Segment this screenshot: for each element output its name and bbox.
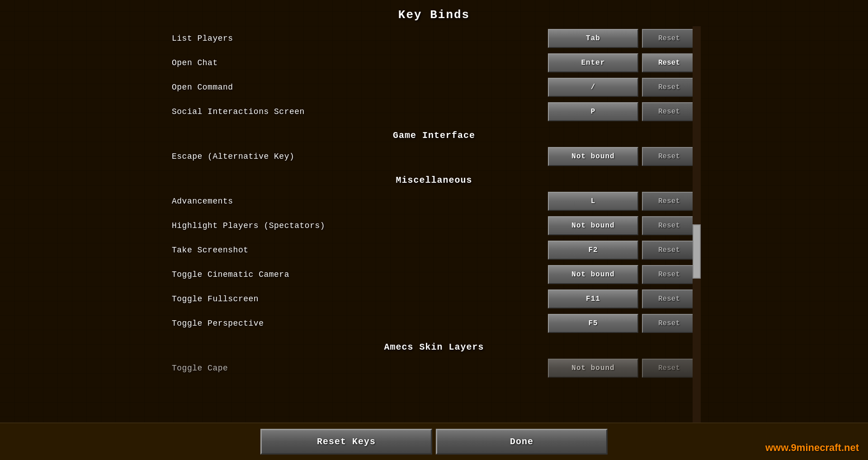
keybind-row-toggle-cinematic: Toggle Cinematic Camera Not bound Reset [172, 262, 696, 287]
reset-button-highlight-players[interactable]: Reset [642, 216, 696, 235]
section-header-miscellaneous: Miscellaneous [172, 169, 696, 189]
keybind-row-open-chat: Open Chat Enter Reset [172, 51, 696, 75]
watermark: www.9minecraft.net [765, 442, 859, 454]
keybind-label-toggle-cinematic: Toggle Cinematic Camera [172, 270, 548, 279]
keybind-button-escape-alt[interactable]: Not bound [548, 147, 638, 166]
keybind-label-take-screenshot: Take Screenshot [172, 246, 548, 255]
keybind-row-highlight-players: Highlight Players (Spectators) Not bound… [172, 213, 696, 238]
keybind-button-social-interactions[interactable]: P [548, 102, 638, 121]
reset-button-toggle-cape[interactable]: Reset [642, 359, 696, 378]
keybind-button-toggle-fullscreen[interactable]: F11 [548, 289, 638, 308]
keybind-button-open-command[interactable]: / [548, 78, 638, 97]
reset-button-take-screenshot[interactable]: Reset [642, 241, 696, 260]
keybind-button-advancements[interactable]: L [548, 192, 638, 211]
keybind-label-list-players: List Players [172, 34, 548, 43]
keybind-label-toggle-cape: Toggle Cape [172, 364, 548, 373]
reset-button-open-command[interactable]: Reset [642, 78, 696, 97]
reset-button-advancements[interactable]: Reset [642, 192, 696, 211]
scroll-area: List Players Tab Reset Open Chat Enter R… [0, 26, 868, 422]
keybind-button-toggle-cinematic[interactable]: Not bound [548, 265, 638, 284]
keybind-label-open-chat: Open Chat [172, 58, 548, 67]
keybind-button-list-players[interactable]: Tab [548, 29, 638, 48]
keybind-row-open-command: Open Command / Reset [172, 75, 696, 100]
page-title: Key Binds [0, 0, 868, 26]
keybind-label-open-command: Open Command [172, 83, 548, 92]
keybind-button-take-screenshot[interactable]: F2 [548, 241, 638, 260]
keybind-row-list-players: List Players Tab Reset [172, 26, 696, 51]
keybind-label-highlight-players: Highlight Players (Spectators) [172, 221, 548, 230]
keybind-button-toggle-cape[interactable]: Not bound [548, 359, 638, 378]
keybind-row-toggle-cape: Toggle Cape Not bound Reset [172, 356, 696, 380]
reset-button-toggle-cinematic[interactable]: Reset [642, 265, 696, 284]
keybind-row-take-screenshot: Take Screenshot F2 Reset [172, 238, 696, 262]
keybind-row-escape-alt: Escape (Alternative Key) Not bound Reset [172, 144, 696, 169]
keybind-button-toggle-perspective[interactable]: F5 [548, 314, 638, 333]
keybind-label-social-interactions: Social Interactions Screen [172, 107, 548, 116]
keybind-row-social-interactions: Social Interactions Screen P Reset [172, 100, 696, 124]
content-wrapper: List Players Tab Reset Open Chat Enter R… [172, 26, 696, 380]
keybind-row-advancements: Advancements L Reset [172, 189, 696, 213]
bottom-bar: Reset Keys Done [0, 422, 868, 460]
keybind-row-toggle-perspective: Toggle Perspective F5 Reset [172, 311, 696, 336]
reset-button-toggle-perspective[interactable]: Reset [642, 314, 696, 333]
reset-keys-button[interactable]: Reset Keys [260, 429, 432, 455]
done-button[interactable]: Done [436, 429, 608, 455]
reset-button-toggle-fullscreen[interactable]: Reset [642, 289, 696, 308]
reset-button-open-chat[interactable]: Reset [642, 53, 696, 72]
reset-button-social-interactions[interactable]: Reset [642, 102, 696, 121]
keybind-label-toggle-perspective: Toggle Perspective [172, 319, 548, 328]
reset-button-escape-alt[interactable]: Reset [642, 147, 696, 166]
keybind-label-escape-alt: Escape (Alternative Key) [172, 152, 548, 161]
keybind-row-toggle-fullscreen: Toggle Fullscreen F11 Reset [172, 287, 696, 311]
keybind-button-open-chat[interactable]: Enter [548, 53, 638, 72]
keybind-button-highlight-players[interactable]: Not bound [548, 216, 638, 235]
section-header-amecs: Amecs Skin Layers [172, 336, 696, 356]
reset-button-list-players[interactable]: Reset [642, 29, 696, 48]
scrollbar-thumb[interactable] [693, 224, 701, 279]
keybind-label-advancements: Advancements [172, 197, 548, 206]
section-header-game-interface: Game Interface [172, 124, 696, 144]
keybind-label-toggle-fullscreen: Toggle Fullscreen [172, 294, 548, 304]
